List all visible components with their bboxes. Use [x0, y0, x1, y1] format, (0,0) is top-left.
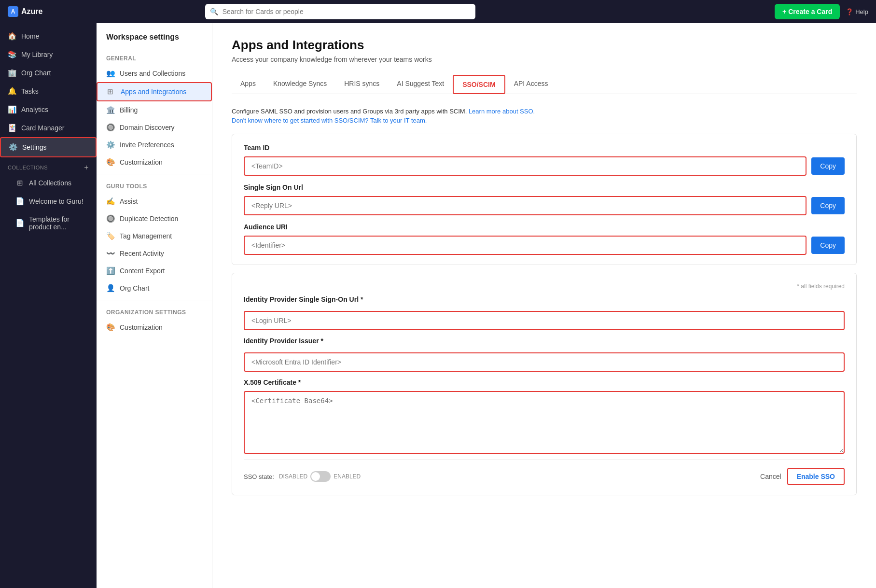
main-layout: 🏠 Home 📚 My Library 🏢 Org Chart 🔔 Tasks …	[0, 23, 876, 588]
tasks-icon: 🔔	[8, 87, 16, 96]
collections-section: Collections +	[0, 157, 97, 174]
export-icon: ⬆️	[106, 266, 115, 275]
sso-toggle-wrap: DISABLED ENABLED	[279, 471, 361, 482]
sso-toggle[interactable]	[310, 471, 331, 482]
nav-content-export[interactable]: ⬆️ Content Export	[97, 262, 212, 280]
idp-issuer-input[interactable]	[244, 352, 845, 372]
main-content: Apps and Integrations Access your compan…	[212, 23, 876, 588]
nav-tag-management[interactable]: 🏷️ Tag Management	[97, 227, 212, 245]
settings-nav: Workspace settings General 👥 Users and C…	[97, 23, 212, 588]
enabled-label: ENABLED	[334, 473, 361, 480]
duplicate-icon: 🔘	[106, 214, 115, 223]
settings-icon: ⚙️	[9, 143, 17, 152]
nav-recent-activity[interactable]: 〰️ Recent Activity	[97, 245, 212, 262]
sidebar-item-card-manager[interactable]: 🃏 Card Manager	[0, 119, 97, 137]
sso-state-label: SSO state:	[244, 473, 274, 480]
org-chart-icon: 🏢	[8, 69, 16, 77]
tab-apps[interactable]: Apps	[232, 75, 264, 94]
readonly-fields-card: Team ID Copy Single Sign On Url Copy Aud…	[232, 134, 857, 265]
audience-uri-input[interactable]	[244, 236, 806, 255]
logo: A Azure	[8, 6, 42, 17]
sidebar-item-welcome-guru[interactable]: 📄 Welcome to Guru!	[0, 192, 97, 210]
customization-icon: 🎨	[106, 158, 115, 167]
customization2-icon: 🎨	[106, 323, 115, 332]
sso-url-label: Single Sign On Url	[244, 183, 845, 191]
team-id-label: Team ID	[244, 144, 845, 152]
idp-sso-url-label: Identity Provider Single Sign-On Url *	[244, 295, 845, 303]
cancel-button[interactable]: Cancel	[760, 473, 781, 480]
domain-icon: 🔘	[106, 123, 115, 132]
nav-customization-org[interactable]: 🎨 Customization	[97, 319, 212, 336]
disabled-label: DISABLED	[279, 473, 307, 480]
tag-icon: 🏷️	[106, 232, 115, 240]
billing-icon: 🏛️	[106, 106, 115, 114]
logo-icon: A	[8, 6, 18, 17]
all-collections-icon: ⊞	[15, 179, 24, 187]
search-input[interactable]	[205, 4, 475, 19]
tab-ai-suggest[interactable]: AI Suggest Text	[388, 75, 453, 94]
nav-org-chart[interactable]: 👤 Org Chart	[97, 280, 212, 297]
provider-fields-card: * all fields required Identity Provider …	[232, 273, 857, 495]
guru-tools-section-label: Guru Tools	[97, 177, 212, 193]
sso-state: SSO state: DISABLED ENABLED	[244, 471, 361, 482]
settings-nav-title: Workspace settings	[97, 33, 212, 49]
team-id-input[interactable]	[244, 156, 806, 176]
apps-icon: ⊞	[107, 87, 116, 96]
team-id-copy-button[interactable]: Copy	[811, 157, 845, 175]
topbar-right: + Create a Card ❓ Help	[775, 4, 868, 19]
sso-learn-more-link[interactable]: Learn more about SSO.	[469, 108, 535, 115]
nav-duplicate-detection[interactable]: 🔘 Duplicate Detection	[97, 210, 212, 227]
activity-icon: 〰️	[106, 249, 115, 258]
add-collection-button[interactable]: +	[84, 163, 89, 172]
welcome-icon: 📄	[15, 197, 24, 206]
sidebar-item-analytics[interactable]: 📊 Analytics	[0, 100, 97, 119]
sso-desc2: Don't know where to get started with SSO…	[232, 117, 857, 124]
sidebar-item-templates[interactable]: 📄 Templates for product en...	[0, 210, 97, 236]
nav-divider-1	[97, 174, 212, 174]
tab-hris-syncs[interactable]: HRIS syncs	[335, 75, 388, 94]
sidebar: 🏠 Home 📚 My Library 🏢 Org Chart 🔔 Tasks …	[0, 23, 97, 588]
card-manager-icon: 🃏	[8, 124, 16, 132]
nav-customization-general[interactable]: 🎨 Customization	[97, 154, 212, 171]
sso-url-copy-button[interactable]: Copy	[811, 197, 845, 214]
library-icon: 📚	[8, 50, 16, 59]
templates-icon: 📄	[15, 219, 24, 227]
idp-sso-url-input[interactable]	[244, 311, 845, 330]
tab-knowledge-syncs[interactable]: Knowledge Syncs	[264, 75, 335, 94]
sidebar-item-home[interactable]: 🏠 Home	[0, 27, 97, 45]
help-icon: ❓	[846, 8, 853, 15]
nav-apps-integrations[interactable]: ⊞ Apps and Integrations	[97, 82, 212, 101]
tab-sso-scim[interactable]: SSO/SCIM	[453, 75, 505, 94]
audience-uri-label: Audience URI	[244, 223, 845, 231]
sidebar-item-tasks[interactable]: 🔔 Tasks	[0, 82, 97, 100]
page-subtitle: Access your company knowledge from where…	[232, 56, 857, 63]
x509-textarea[interactable]	[244, 391, 845, 454]
sso-url-input[interactable]	[244, 196, 806, 215]
page-title: Apps and Integrations	[232, 38, 857, 53]
nav-domain-discovery[interactable]: 🔘 Domain Discovery	[97, 119, 212, 136]
nav-users-collections[interactable]: 👥 Users and Collections	[97, 65, 212, 82]
audience-uri-copy-button[interactable]: Copy	[811, 237, 845, 254]
assist-icon: ✍️	[106, 197, 115, 206]
nav-invite-preferences[interactable]: ⚙️ Invite Preferences	[97, 136, 212, 154]
help-button[interactable]: ❓ Help	[846, 8, 868, 15]
sidebar-item-all-collections[interactable]: ⊞ All Collections	[0, 174, 97, 192]
sidebar-item-settings[interactable]: ⚙️ Settings	[0, 137, 97, 157]
nav-assist[interactable]: ✍️ Assist	[97, 193, 212, 210]
create-card-button[interactable]: + Create a Card	[775, 4, 840, 19]
search-icon: 🔍	[210, 8, 218, 15]
tab-api-access[interactable]: API Access	[505, 75, 557, 94]
home-icon: 🏠	[8, 32, 16, 41]
general-section-label: General	[97, 49, 212, 65]
users-icon: 👥	[106, 69, 115, 78]
sidebar-item-my-library[interactable]: 📚 My Library	[0, 45, 97, 64]
tabs: Apps Knowledge Syncs HRIS syncs AI Sugge…	[232, 75, 857, 94]
team-id-row: Copy	[244, 156, 845, 176]
sso-url-row: Copy	[244, 196, 845, 215]
sidebar-item-org-chart[interactable]: 🏢 Org Chart	[0, 64, 97, 82]
nav-billing[interactable]: 🏛️ Billing	[97, 101, 212, 119]
enable-sso-button[interactable]: Enable SSO	[787, 468, 845, 485]
invite-icon: ⚙️	[106, 140, 115, 149]
search-bar: 🔍	[205, 4, 475, 19]
org-settings-section-label: Organization Settings	[97, 303, 212, 319]
